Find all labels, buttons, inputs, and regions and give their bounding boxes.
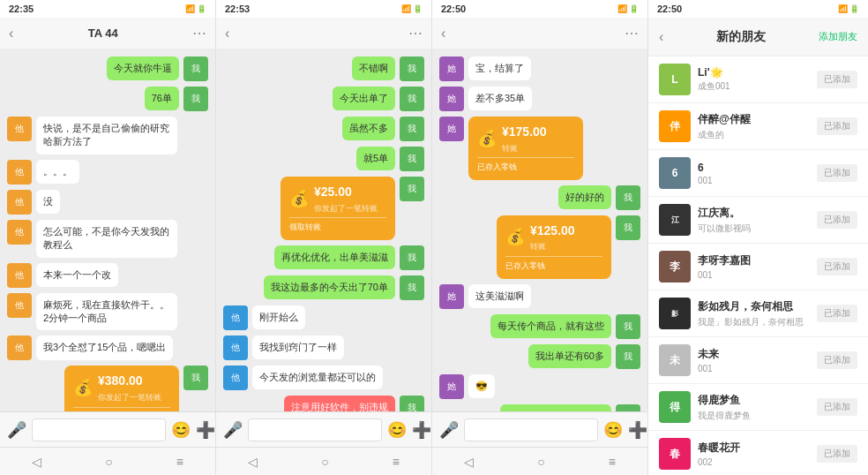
chat-input-2[interactable] [248, 418, 382, 441]
msg-row: 我 我出单还有60多 [439, 344, 640, 369]
avatar: 我 [400, 117, 424, 141]
bubble: 差不多35单 [468, 87, 532, 110]
more-icon-2[interactable]: ⋯ [408, 25, 423, 41]
list-item: 未 未来 001 已添加 [648, 337, 868, 384]
back-icon-3[interactable]: ‹ [441, 26, 445, 41]
msg-row: 我 76单 [7, 87, 208, 111]
friend-info: 春暖花开 002 [698, 441, 810, 467]
add-icon-2[interactable]: ➕ [412, 420, 431, 440]
nav-back-1[interactable]: ◁ [32, 455, 41, 469]
chat-input-bar-2: 🎤 😊 ➕ 🔊 [216, 411, 431, 447]
back-icon-2[interactable]: ‹ [225, 26, 229, 41]
msg-row: 他 我找到窍门了一样 [223, 336, 424, 360]
nav-menu-1[interactable]: ≡ [176, 455, 183, 469]
nav-menu-2[interactable]: ≡ [393, 455, 400, 469]
friend-name: 江庆离。 [698, 206, 810, 221]
msg-row: 我 每天传个商品，就有这些 [439, 314, 640, 339]
nav-home-1[interactable]: ○ [105, 455, 112, 469]
emoji-icon-1[interactable]: 😊 [171, 420, 191, 440]
friend-name: 李呀李嘉图 [698, 253, 810, 268]
friend-avatar: 影 [659, 298, 691, 329]
avatar: 他 [7, 220, 32, 245]
bubble: 不错啊 [352, 57, 395, 80]
chat-input-1[interactable] [32, 418, 166, 441]
payment-amount-4: ¥125.00 [530, 222, 575, 240]
friend-name: Li'🌟 [698, 66, 810, 79]
voice-icon-1[interactable]: 🎤 [7, 420, 26, 440]
friend-avatar: 6 [659, 157, 691, 189]
more-icon-3[interactable]: ⋯ [625, 25, 639, 41]
friend-sub: 001 [698, 270, 810, 280]
payment-bubble-3: 💰 ¥175.00 转账 已存入零钱 [468, 117, 583, 180]
voice-icon-2[interactable]: 🎤 [223, 420, 243, 440]
bubble: 76单 [145, 87, 179, 110]
friend-sub: 可以微影视吗 [698, 222, 810, 235]
payment-label-3: 转账 [502, 143, 547, 155]
chat-messages-2: 我 不错啊 我 今天出单了 我 虽然不多 我 就5单 我 💰 ¥25.00 你发… [216, 49, 431, 411]
bubble: 多优化优化，出单更多 [500, 404, 611, 411]
avatar: 他 [223, 336, 248, 360]
bubble: 再优化优化，出单美滋滋 [274, 245, 395, 269]
friends-list: L Li'🌟 成鱼001 已添加 伴 伴醉@伴醒 成鱼的 已添加 6 6 001… [648, 57, 868, 475]
avatar: 我 [400, 396, 424, 411]
chat-panel-3: 22:50 📶 🔋 ‹ ⋯ 她 宝，结算了 她 差不多35单 她 💰 ¥175.… [432, 0, 648, 475]
signal-icon-2: 📶 [401, 4, 411, 13]
friend-sub: 成鱼001 [698, 80, 810, 93]
nav-home-3[interactable]: ○ [537, 455, 544, 469]
back-icon-1[interactable]: ‹ [9, 26, 13, 41]
nav-bar-1: ◁ ○ ≡ [0, 447, 215, 475]
friends-header: ‹ 新的朋友 添加朋友 [648, 18, 868, 57]
status-bar-2: 22:53 📶 🔋 [216, 0, 431, 18]
friend-name: 春暖花开 [698, 441, 810, 456]
list-item: 伴 伴醉@伴醒 成鱼的 已添加 [648, 103, 868, 150]
nav-back-2[interactable]: ◁ [248, 455, 258, 469]
friend-avatar: 得 [659, 391, 691, 423]
bubble: 就5单 [356, 147, 395, 170]
friend-action: 已添加 [817, 117, 857, 135]
signal-icon: 📶 [185, 4, 195, 13]
bubble: 😎 [468, 374, 495, 398]
bubble: 本来一个一个改 [36, 263, 118, 287]
emoji-icon-2[interactable]: 😊 [387, 420, 407, 440]
friend-action: 已添加 [817, 164, 857, 182]
add-icon-1[interactable]: ➕ [196, 420, 215, 440]
friend-action: 已添加 [817, 305, 857, 322]
avatar: 他 [7, 263, 32, 288]
avatar: 我 [616, 185, 640, 210]
avatar: 她 [439, 57, 464, 81]
list-item: 春 春暖花开 002 已添加 [648, 431, 868, 475]
avatar: 她 [439, 374, 464, 399]
status-icons-1: 📶 🔋 [185, 4, 206, 13]
chat-panel-2: 22:53 📶 🔋 ‹ ⋯ 我 不错啊 我 今天出单了 我 虽然不多 我 就5单… [216, 0, 432, 475]
friends-panel: 22:50 📶 🔋 ‹ 新的朋友 添加朋友 L Li'🌟 成鱼001 已添加 伴… [648, 0, 868, 475]
more-icon-1[interactable]: ⋯ [192, 25, 206, 41]
nav-menu-3[interactable]: ≡ [609, 455, 616, 469]
nav-back-3[interactable]: ◁ [464, 455, 474, 469]
friend-avatar: 伴 [659, 110, 691, 142]
voice-icon-3[interactable]: 🎤 [439, 420, 459, 440]
msg-row-payment: 我 💰 ¥380.00 你发起了一笔转账 领取转账 [7, 366, 208, 411]
msg-row: 她 宝，结算了 [439, 57, 640, 81]
friend-action: 已添加 [817, 398, 857, 416]
avatar: 他 [223, 366, 248, 390]
signal-icon-3: 📶 [617, 4, 627, 13]
status-bar-3: 22:50 📶 🔋 [432, 0, 647, 18]
payment-sub-2: 领取转账 [289, 217, 386, 233]
friend-info: 6 001 [698, 162, 810, 185]
friends-back-icon[interactable]: ‹ [659, 29, 663, 45]
add-friend-button[interactable]: 添加朋友 [819, 30, 857, 43]
msg-row: 他 本来一个一个改 [7, 263, 208, 288]
chat-input-3[interactable] [464, 418, 598, 441]
friends-title: 新的朋友 [716, 29, 766, 45]
friend-name: 影如残月，奈何相思 [698, 299, 810, 314]
add-icon-3[interactable]: ➕ [628, 420, 647, 440]
emoji-icon-3[interactable]: 😊 [603, 420, 623, 440]
friend-name: 6 [698, 162, 810, 174]
msg-row: 他 快说，是不是自己偷偷的研究哈新方法了 [7, 117, 208, 155]
chat-header-3: ‹ ⋯ [432, 18, 647, 49]
msg-row: 我 今天就你牛逼 [7, 57, 208, 81]
nav-bar-2: ◁ ○ ≡ [216, 447, 431, 475]
nav-home-2[interactable]: ○ [321, 455, 328, 469]
friend-info: 未来 001 [698, 347, 810, 373]
payment-sub-3: 已存入零钱 [477, 157, 574, 173]
